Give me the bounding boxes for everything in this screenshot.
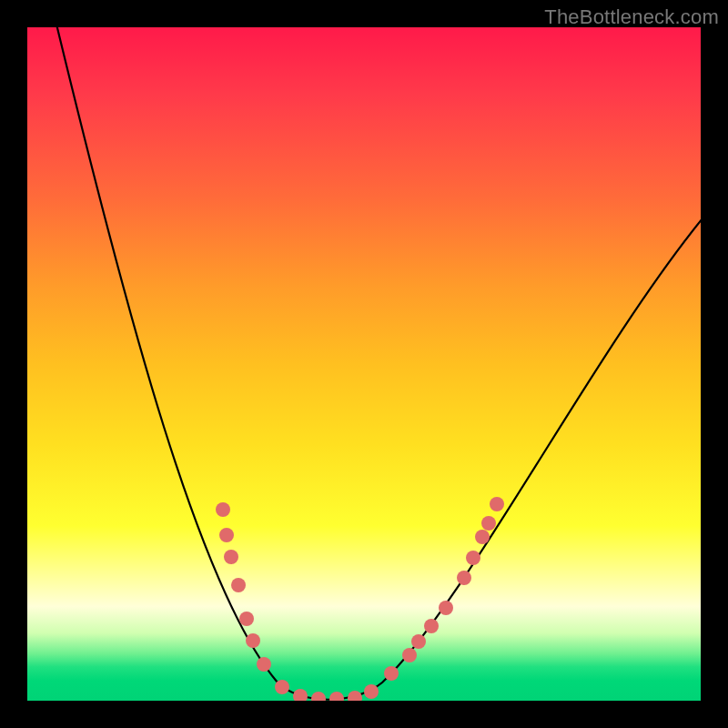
data-dot [402, 648, 417, 662]
chart-frame [27, 27, 701, 701]
data-dot [364, 684, 379, 699]
data-dots-layer [27, 27, 701, 701]
data-dot [424, 619, 439, 633]
data-dot [348, 691, 362, 701]
data-dot [293, 689, 308, 701]
data-dot [457, 571, 471, 585]
data-dot [257, 657, 271, 672]
data-dot [246, 633, 260, 648]
watermark-text: TheBottleneck.com [544, 5, 719, 29]
data-dot [231, 578, 246, 592]
data-dot [224, 550, 238, 564]
data-dot [329, 692, 344, 701]
data-dot [239, 612, 254, 626]
data-dot [490, 497, 504, 511]
data-dot [411, 634, 426, 649]
data-dot [481, 516, 496, 531]
data-dot [216, 502, 230, 517]
data-dot [219, 528, 234, 542]
data-dot [475, 530, 490, 544]
data-dot [275, 680, 289, 694]
data-dot [439, 601, 453, 615]
data-dot [311, 692, 326, 701]
data-dot [466, 551, 480, 565]
data-dot [384, 666, 399, 681]
